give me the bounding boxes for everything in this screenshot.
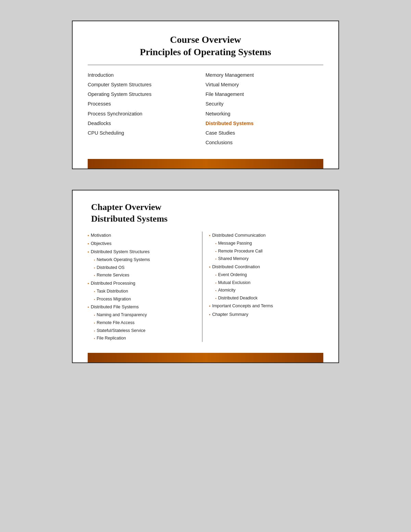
slide2-item: ▪Distributed Coordination — [209, 263, 324, 271]
slide2-item: ▪Distributed Deadlock — [209, 295, 324, 302]
slide2-item: ▪Motivation — [88, 232, 202, 239]
slide2-item: ▪Mutual Exclusion — [209, 279, 324, 286]
slide2-item-text: Important Concepts and Terms — [212, 302, 273, 310]
slide2-item: ▪Stateful/Stateless Service — [88, 327, 202, 334]
slide2-item-text: Distributed Processing — [91, 280, 135, 287]
slide2-item: ▪Naming and Transparency — [88, 311, 202, 319]
slide2-item: ▪Important Concepts and Terms — [209, 302, 324, 310]
slide1-right-item: Distributed Systems — [206, 120, 323, 127]
slide2-item-text: Chapter Summary — [212, 311, 248, 318]
slide2-item: ▪Objectives — [88, 240, 202, 247]
slide2-footer — [88, 353, 323, 362]
slide1-divider — [88, 65, 323, 65]
slide1-footer — [88, 159, 323, 169]
slide2-item-text: Remote Services — [97, 272, 129, 279]
slide2-title-line2: Distributed Systems — [91, 214, 167, 224]
slide1-right-item: File Management — [206, 90, 323, 98]
slide2-item: ▪Task Distribution — [88, 288, 202, 295]
slide2-item: ▪Distributed File Systems — [88, 303, 202, 311]
slide2-item-text: Naming and Transparency — [97, 311, 147, 319]
slide2-item-text: Distributed File Systems — [91, 303, 139, 311]
slide1-content: IntroductionComputer System StructuresOp… — [88, 71, 323, 147]
slide2-content: ▪Motivation▪Objectives▪Distributed Syste… — [88, 232, 323, 342]
slide1-left-item: Introduction — [88, 71, 206, 79]
slide2-item: ▪Network Operating Systems — [88, 256, 202, 263]
slide2-item: ▪Distributed Communication — [209, 232, 324, 239]
slide2-item: ▪Remote File Access — [88, 319, 202, 326]
slide1-col-right: Memory ManagementVirtual MemoryFile Mana… — [206, 71, 323, 147]
slide2-item: ▪Distributed OS — [88, 264, 202, 271]
slide1-left-item: Process Synchronization — [88, 110, 206, 118]
slide2-item-text: Objectives — [91, 240, 112, 247]
slide2-col-left: ▪Motivation▪Objectives▪Distributed Syste… — [88, 232, 202, 342]
slide2-item-text: Event Ordering — [218, 271, 247, 279]
slide1-col-left: IntroductionComputer System StructuresOp… — [88, 71, 206, 147]
slide2-item-text: Motivation — [91, 232, 111, 239]
slide2-item-text: Process Migration — [97, 296, 131, 303]
slide1-title: Course Overview Principles of Operating … — [88, 34, 323, 59]
slide2-item: ▪Chapter Summary — [209, 311, 324, 318]
slide2-item-text: File Replication — [97, 335, 126, 342]
slide1-right-item: Conclusions — [206, 139, 323, 147]
slide-2: Chapter Overview Distributed Systems ▪Mo… — [72, 190, 339, 363]
slide2-item-text: Distributed System Structures — [91, 248, 150, 256]
slide2-item: ▪Remote Services — [88, 272, 202, 279]
slide2-item-text: Stateful/Stateless Service — [97, 327, 145, 334]
slide2-item-text: Distributed OS — [97, 264, 124, 271]
slide1-left-item: Deadlocks — [88, 120, 206, 127]
slide2-item-text: Remote File Access — [97, 319, 134, 326]
slide1-left-item: CPU Scheduling — [88, 129, 206, 137]
slide1-right-item: Memory Management — [206, 71, 323, 79]
slide2-item-text: Message Passing — [218, 240, 252, 247]
slide1-left-item: Processes — [88, 100, 206, 108]
slide2-item-text: Task Distribution — [97, 288, 128, 295]
slide2-item: ▪Event Ordering — [209, 271, 324, 279]
slide2-item-text: Mutual Exclusion — [218, 279, 251, 286]
slide1-left-item: Computer System Structures — [88, 81, 206, 89]
slide2-item-text: Distributed Coordination — [212, 263, 260, 271]
slide1-right-item: Virtual Memory — [206, 81, 323, 89]
slide2-item-text: Distributed Deadlock — [218, 295, 258, 302]
slide2-title: Chapter Overview Distributed Systems — [88, 201, 323, 225]
slide2-item: ▪Shared Memory — [209, 255, 324, 262]
slide2-item-text: Network Operating Systems — [97, 256, 150, 263]
slide2-item: ▪Distributed Processing — [88, 280, 202, 287]
slide2-item: ▪Message Passing — [209, 240, 324, 247]
slide1-right-item: Security — [206, 100, 323, 108]
slide2-title-line1: Chapter Overview — [91, 202, 161, 212]
slide2-item: ▪Process Migration — [88, 296, 202, 303]
slide2-item: ▪Distributed System Structures — [88, 248, 202, 256]
slide2-item: ▪Atomicity — [209, 287, 324, 294]
slide2-item-text: Remote Procedure Call — [218, 248, 263, 255]
slide2-item-text: Atomicity — [218, 287, 236, 294]
slide1-title-line2: Principles of Operating Systems — [140, 47, 271, 57]
slide2-item: ▪Remote Procedure Call — [209, 248, 324, 255]
slide2-col-right: ▪Distributed Communication▪Message Passi… — [202, 232, 324, 342]
slide2-item-text: Distributed Communication — [212, 232, 265, 239]
slide1-left-item: Operating System Structures — [88, 90, 206, 98]
slide-1: Course Overview Principles of Operating … — [72, 21, 339, 169]
slide1-right-item: Case Studies — [206, 129, 323, 137]
slide2-item: ▪File Replication — [88, 335, 202, 342]
slide2-item-text: Shared Memory — [218, 255, 249, 262]
slide1-title-line1: Course Overview — [170, 34, 241, 45]
slide1-right-item: Networking — [206, 110, 323, 118]
